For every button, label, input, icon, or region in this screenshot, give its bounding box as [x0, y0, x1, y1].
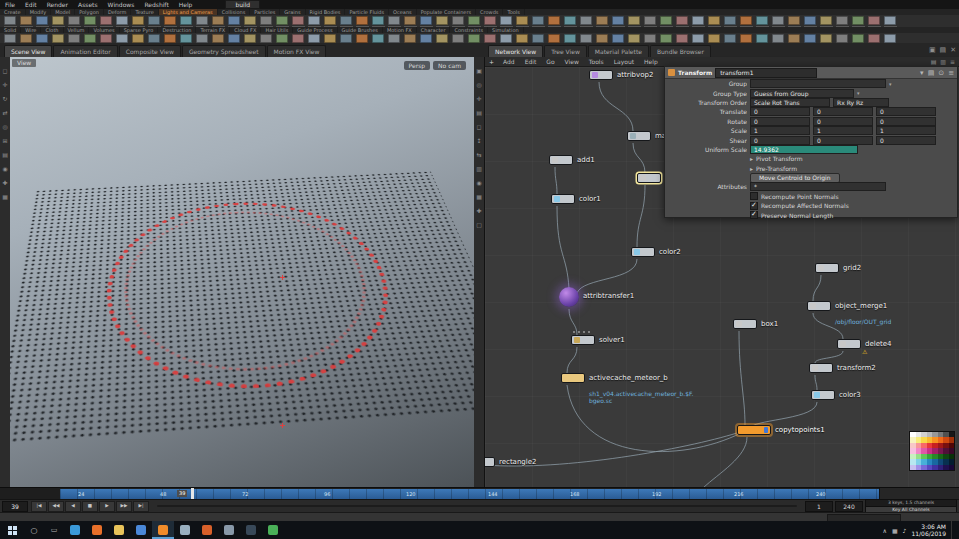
rotate-z-field[interactable]: 0	[876, 117, 936, 126]
node-rectangle2[interactable]: rectangle2	[485, 457, 495, 467]
pretransform-collapse-icon[interactable]: ▸	[750, 165, 753, 172]
shelf-tool[interactable]	[306, 16, 322, 27]
shelf-tab[interactable]: Wire	[21, 27, 41, 33]
viewport-view-label[interactable]: View	[12, 59, 36, 67]
parameter-header-icon[interactable]: ≡	[948, 69, 954, 77]
viewport-tool-icon[interactable]: ✚	[2, 179, 7, 186]
node-shape[interactable]	[807, 301, 831, 311]
node-activecache_meteor_b[interactable]: activecache_meteor_bsh1_v04.activecache_…	[561, 373, 585, 383]
shear-y-field[interactable]: 0	[813, 136, 873, 145]
shelf-tool[interactable]	[754, 16, 770, 27]
node-solver1[interactable]: solver1	[571, 335, 595, 345]
parameter-header-icon[interactable]: ▾	[920, 69, 924, 77]
node-wire[interactable]	[813, 313, 843, 339]
network-menu-go[interactable]: Go	[541, 58, 559, 65]
shelf-tool[interactable]	[66, 16, 82, 27]
range-end-field[interactable]: 240	[835, 501, 863, 512]
viewport-tool-icon[interactable]: ◎	[2, 123, 7, 130]
taskbar-app-edge[interactable]	[64, 521, 86, 539]
viewport-tool-icon[interactable]: ↻	[2, 95, 7, 102]
node-shape[interactable]	[627, 131, 651, 141]
node-color2[interactable]: color2	[631, 247, 655, 257]
shelf-tab[interactable]: Texture	[131, 9, 158, 15]
translate-z-field[interactable]: 0	[876, 107, 936, 116]
rotate-x-field[interactable]: 0	[750, 117, 810, 126]
color-swatch[interactable]	[949, 465, 955, 471]
taskbar-app-file-explorer[interactable]	[108, 521, 130, 539]
shelf-tool[interactable]	[834, 16, 850, 27]
group-type-select[interactable]: Guess from Group	[750, 89, 854, 98]
shelf-tool[interactable]	[18, 16, 34, 27]
camera-persp-button[interactable]: Persp	[404, 61, 431, 70]
shelf-tab[interactable]: Rigid Bodies	[306, 9, 346, 15]
menu-assets[interactable]: Assets	[73, 1, 103, 8]
node-shape[interactable]	[551, 194, 575, 204]
network-menu-layout[interactable]: Layout	[609, 58, 639, 65]
pane-tab-network-view[interactable]: Network View	[488, 45, 543, 57]
node-add1[interactable]: add1	[549, 155, 573, 165]
node-copytopoints1[interactable]: copytopoints1	[737, 425, 771, 435]
tray-icon[interactable]: ∧	[882, 527, 886, 534]
shelf-tab[interactable]: Deform	[104, 9, 132, 15]
shelf-tab[interactable]: Particle Fluids	[345, 9, 389, 15]
shelf-tool[interactable]	[642, 16, 658, 27]
menu-windows[interactable]: Windows	[103, 1, 140, 8]
shelf-tool[interactable]	[178, 16, 194, 27]
shelf-tab[interactable]: Crowds	[476, 9, 503, 15]
menu-edit[interactable]: Edit	[20, 1, 42, 8]
scale-y-field[interactable]: 1	[813, 126, 873, 135]
shelf-tool[interactable]	[786, 16, 802, 27]
shelf-tool[interactable]	[562, 16, 578, 27]
network-toolbar-icon[interactable]: ▥	[940, 58, 946, 65]
group-field[interactable]	[750, 79, 886, 88]
node-wire[interactable]	[637, 185, 645, 247]
viewport-tool-icon[interactable]: ✛	[2, 81, 7, 88]
node-attribtransfer1[interactable]: attribtransfer1	[559, 287, 579, 307]
pane-tab-tree-view[interactable]: Tree View	[544, 45, 587, 57]
node-wire[interactable]	[751, 402, 817, 427]
shelf-tool[interactable]	[658, 16, 674, 27]
network-menu-edit[interactable]: Edit	[520, 58, 542, 65]
node-wire[interactable]	[815, 351, 843, 363]
shear-z-field[interactable]: 0	[876, 136, 936, 145]
shelf-tool[interactable]	[354, 16, 370, 27]
shelf-tool[interactable]	[242, 16, 258, 27]
transport-button[interactable]: ■	[82, 501, 98, 512]
transport-button[interactable]: ◀◀	[48, 501, 64, 512]
shelf-tool[interactable]	[674, 16, 690, 27]
taskbar-clock[interactable]: 3:06 AM 11/06/2019	[911, 523, 946, 537]
shelf-tab[interactable]: Simulation	[488, 27, 524, 33]
shelf-tool[interactable]	[546, 16, 562, 27]
network-menu-add[interactable]: Add	[498, 58, 520, 65]
viewport-tool-icon[interactable]: ⇆	[476, 151, 481, 158]
shelf-tool[interactable]	[210, 16, 226, 27]
viewport-tool-icon[interactable]: ▦	[476, 193, 482, 200]
taskbar-app-firefox[interactable]	[86, 521, 108, 539]
viewport-tool-icon[interactable]: ▤	[2, 151, 8, 158]
viewport-tool-icon[interactable]: ◻	[477, 123, 482, 130]
pane-tab-animation-editor[interactable]: Animation Editor	[53, 45, 117, 57]
pane-control-icon[interactable]: ▤	[940, 46, 947, 54]
add-node-icon[interactable]: +	[485, 58, 498, 65]
shelf-tool[interactable]	[274, 16, 290, 27]
node-shape[interactable]	[809, 363, 833, 373]
pane-control-icon[interactable]: ✕	[950, 46, 956, 54]
parameter-header-icon[interactable]: ⊙	[938, 69, 944, 77]
shelf-tab[interactable]: Grains	[280, 9, 305, 15]
shelf-tab[interactable]: Create	[0, 9, 26, 15]
shelf-tool[interactable]	[498, 16, 514, 27]
menu-file[interactable]: File	[0, 1, 20, 8]
tray-icon[interactable]: ♪	[903, 527, 907, 534]
node-shape[interactable]	[561, 373, 585, 383]
node-shape[interactable]	[637, 173, 661, 183]
menu-render[interactable]: Render	[42, 1, 73, 8]
shelf-tool[interactable]	[722, 16, 738, 27]
start-button[interactable]	[0, 521, 24, 539]
taskbar-app-settings[interactable]	[218, 521, 240, 539]
taskbar-app-photos[interactable]	[130, 521, 152, 539]
node-shape[interactable]	[549, 155, 573, 165]
shelf-tool[interactable]	[34, 16, 50, 27]
shelf-tool[interactable]	[130, 16, 146, 27]
timeline-ruler[interactable]: 24487296120144168192216240 39	[0, 487, 959, 499]
shelf-tool[interactable]	[370, 16, 386, 27]
